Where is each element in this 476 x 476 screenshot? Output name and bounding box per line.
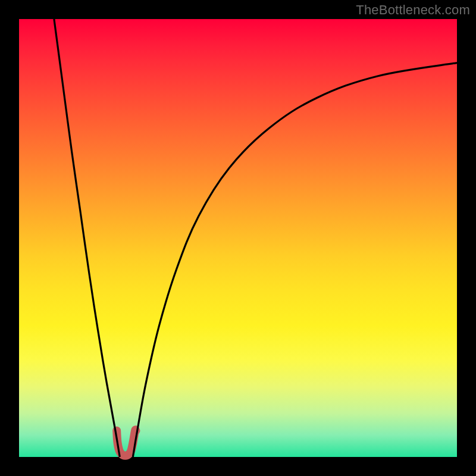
chart-svg [0,0,476,476]
curve-right-arm [133,63,457,457]
chart-frame: TheBottleneck.com [0,0,476,476]
watermark-text: TheBottleneck.com [356,2,470,18]
curve-left-arm [54,19,120,457]
